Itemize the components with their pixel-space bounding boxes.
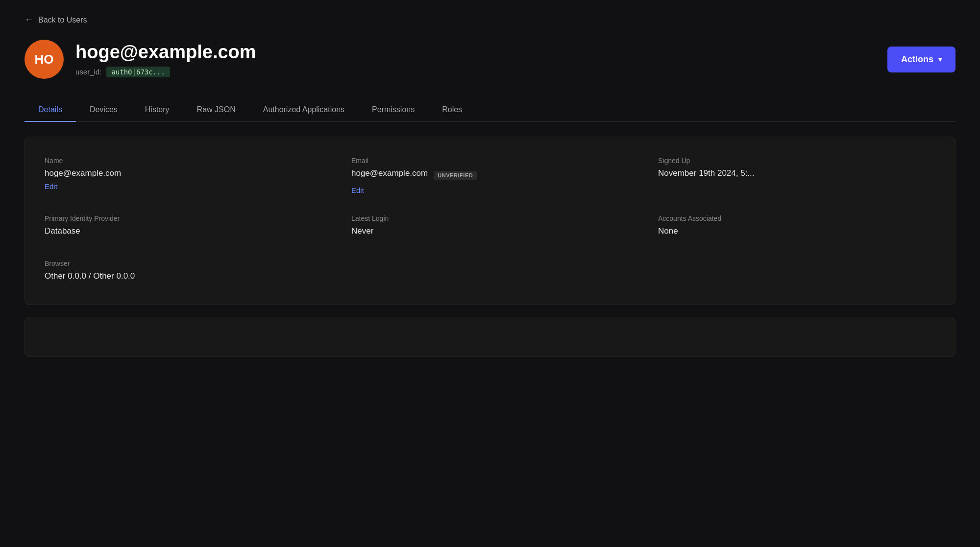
- back-to-users-link[interactable]: ← Back to Users: [24, 15, 87, 25]
- email-label: Email: [351, 157, 629, 165]
- second-card: [24, 317, 956, 357]
- user-id-value: auth0|673c...: [106, 67, 170, 77]
- header-left: HO hoge@example.com user_id: auth0|673c.…: [24, 40, 256, 79]
- email-field: Email hoge@example.com UNVERIFIED Edit: [351, 157, 629, 195]
- tabs-nav: Details Devices History Raw JSON Authori…: [24, 98, 956, 122]
- latest-login-label: Latest Login: [351, 214, 629, 222]
- latest-login-value: Never: [351, 226, 629, 236]
- latest-login-field: Latest Login Never: [351, 214, 629, 240]
- email-value: hoge@example.com: [351, 168, 428, 178]
- signed-up-value: November 19th 2024, 5:...: [658, 168, 935, 178]
- name-edit-link[interactable]: Edit: [45, 182, 57, 190]
- name-value: hoge@example.com: [45, 168, 322, 178]
- username-heading: hoge@example.com: [75, 42, 256, 63]
- name-field: Name hoge@example.com Edit: [45, 157, 322, 195]
- identity-provider-label: Primary Identity Provider: [45, 214, 322, 222]
- actions-label: Actions: [901, 54, 933, 65]
- tab-roles[interactable]: Roles: [428, 98, 476, 122]
- actions-button[interactable]: Actions ▾: [887, 47, 956, 72]
- details-grid: Name hoge@example.com Edit Email hoge@ex…: [45, 157, 935, 285]
- user-id-row: user_id: auth0|673c...: [75, 67, 256, 77]
- identity-provider-field: Primary Identity Provider Database: [45, 214, 322, 240]
- back-arrow-icon: ←: [24, 15, 33, 25]
- browser-label: Browser: [45, 260, 322, 267]
- tab-authorized-applications[interactable]: Authorized Applications: [249, 98, 358, 122]
- user-info: hoge@example.com user_id: auth0|673c...: [75, 42, 256, 77]
- signed-up-label: Signed Up: [658, 157, 935, 165]
- tab-raw-json[interactable]: Raw JSON: [183, 98, 249, 122]
- accounts-associated-field: Accounts Associated None: [658, 214, 935, 240]
- signed-up-field: Signed Up November 19th 2024, 5:...: [658, 157, 935, 195]
- avatar: HO: [24, 40, 64, 79]
- user-id-label: user_id:: [75, 68, 101, 76]
- tab-details[interactable]: Details: [24, 98, 76, 122]
- tab-devices[interactable]: Devices: [76, 98, 131, 122]
- user-header: HO hoge@example.com user_id: auth0|673c.…: [24, 40, 956, 79]
- accounts-associated-label: Accounts Associated: [658, 214, 935, 222]
- identity-provider-value: Database: [45, 226, 322, 236]
- details-card: Name hoge@example.com Edit Email hoge@ex…: [24, 137, 956, 305]
- back-to-users-label: Back to Users: [38, 16, 87, 24]
- accounts-associated-value: None: [658, 226, 935, 236]
- browser-field: Browser Other 0.0.0 / Other 0.0.0: [45, 260, 322, 285]
- tab-permissions[interactable]: Permissions: [358, 98, 428, 122]
- unverified-badge: UNVERIFIED: [434, 171, 477, 180]
- email-edit-link[interactable]: Edit: [351, 186, 364, 194]
- chevron-down-icon: ▾: [938, 55, 942, 63]
- name-label: Name: [45, 157, 322, 165]
- browser-value: Other 0.0.0 / Other 0.0.0: [45, 271, 322, 281]
- email-value-row: hoge@example.com UNVERIFIED: [351, 168, 629, 182]
- tab-history[interactable]: History: [131, 98, 183, 122]
